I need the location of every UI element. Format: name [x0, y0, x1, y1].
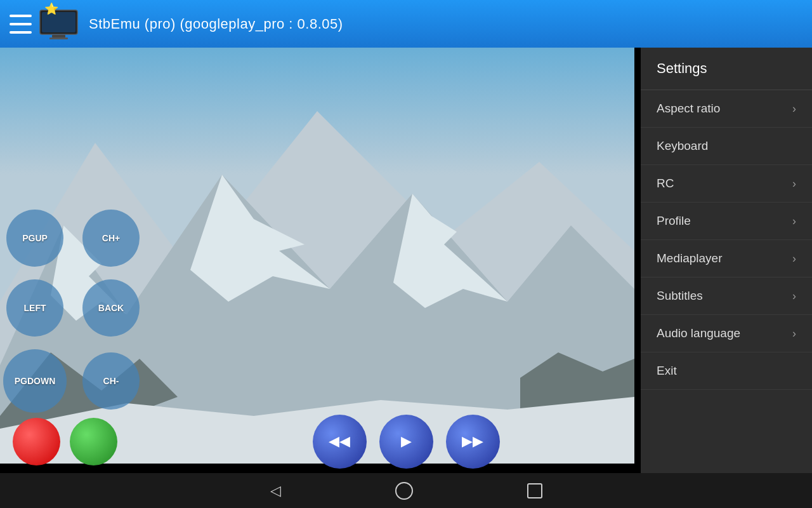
- left-button[interactable]: LEFT: [6, 279, 63, 337]
- pgup-button[interactable]: PGUP: [6, 210, 63, 267]
- menu-item-audio-language[interactable]: Audio language ›: [641, 315, 812, 352]
- hamburger-menu[interactable]: [10, 15, 32, 34]
- top-bar: ⭐ StbEmu (pro) (googleplay_pro : 0.8.05): [0, 0, 812, 48]
- mediaplayer-chevron: ›: [792, 252, 796, 265]
- audio-language-label: Audio language: [657, 326, 740, 340]
- exit-label: Exit: [657, 364, 677, 378]
- aspect-ratio-chevron: ›: [792, 102, 796, 116]
- rc-chevron: ›: [792, 177, 796, 190]
- menu-item-subtitles[interactable]: Subtitles ›: [641, 277, 812, 315]
- chminus-button[interactable]: CH-: [82, 352, 140, 410]
- back-nav-icon[interactable]: ◁: [270, 483, 281, 499]
- settings-menu: Settings Aspect ratio › Keyboard RC › Pr…: [641, 48, 812, 473]
- mediaplayer-label: Mediaplayer: [657, 251, 723, 265]
- menu-item-profile[interactable]: Profile ›: [641, 203, 812, 240]
- rewind-icon: ◀◀: [329, 433, 350, 450]
- menu-item-exit[interactable]: Exit: [641, 352, 812, 390]
- keyboard-label: Keyboard: [657, 139, 708, 153]
- settings-header: Settings: [641, 48, 812, 90]
- pgdown-button[interactable]: PGDOWN: [3, 349, 67, 413]
- recent-apps-nav-icon[interactable]: [527, 483, 542, 498]
- rc-label: RC: [657, 177, 674, 190]
- star-badge: ⭐: [44, 2, 58, 16]
- fastforward-icon: ▶▶: [462, 433, 483, 450]
- green-button[interactable]: [70, 418, 117, 465]
- home-nav-icon[interactable]: [395, 482, 413, 500]
- app-title: StbEmu (pro) (googleplay_pro : 0.8.05): [89, 16, 343, 32]
- menu-item-keyboard[interactable]: Keyboard: [641, 128, 812, 165]
- menu-item-aspect-ratio[interactable]: Aspect ratio ›: [641, 90, 812, 128]
- profile-label: Profile: [657, 214, 691, 228]
- aspect-ratio-label: Aspect ratio: [657, 102, 720, 116]
- tv-icon-container: ⭐: [38, 5, 79, 43]
- svg-rect-3: [49, 37, 68, 39]
- back-button[interactable]: BACK: [82, 279, 140, 337]
- menu-item-mediaplayer[interactable]: Mediaplayer ›: [641, 240, 812, 277]
- menu-item-rc[interactable]: RC ›: [641, 165, 812, 203]
- audio-language-chevron: ›: [792, 327, 796, 340]
- rewind-button[interactable]: ◀◀: [313, 415, 367, 469]
- subtitles-chevron: ›: [792, 290, 796, 303]
- profile-chevron: ›: [792, 215, 796, 228]
- play-icon: ▶: [401, 433, 412, 450]
- bottom-navigation-bar: ◁: [0, 473, 812, 508]
- red-button[interactable]: [13, 418, 60, 465]
- subtitles-label: Subtitles: [657, 289, 703, 303]
- svg-rect-2: [52, 35, 65, 37]
- chplus-button[interactable]: CH+: [82, 210, 140, 267]
- fastforward-button[interactable]: ▶▶: [446, 415, 500, 469]
- play-button[interactable]: ▶: [379, 415, 433, 469]
